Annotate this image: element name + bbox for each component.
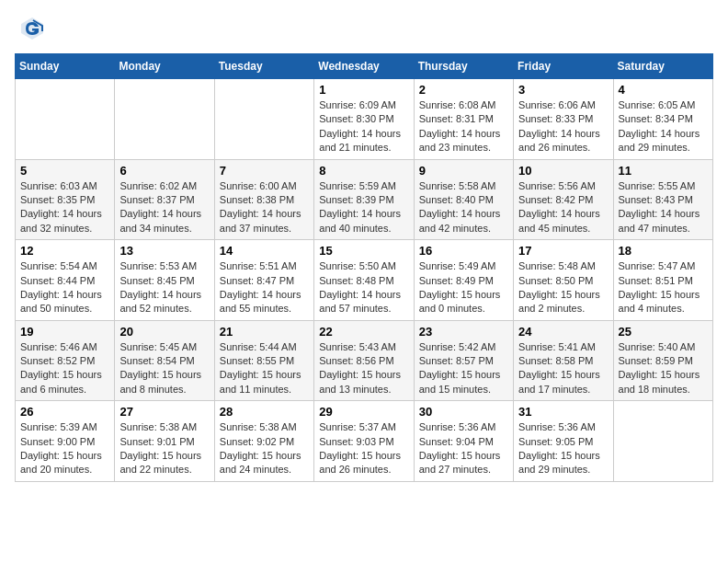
day-info-21: Sunrise: 5:44 AMSunset: 8:55 PMDaylight:… (220, 340, 309, 397)
day-cell-10: 10Sunrise: 5:56 AMSunset: 8:42 PMDayligh… (514, 159, 613, 240)
daylight-19: Daylight: 15 hours and 6 minutes. (20, 369, 102, 394)
day-number-15: 15 (319, 244, 408, 258)
day-info-3: Sunrise: 6:06 AMSunset: 8:33 PMDaylight:… (518, 98, 608, 155)
day-number-25: 25 (619, 325, 708, 339)
daylight-1: Daylight: 14 hours and 21 minutes. (319, 128, 401, 153)
sunrise-12: Sunrise: 5:54 AM (20, 260, 97, 271)
sunrise-30: Sunrise: 5:36 AM (419, 421, 496, 432)
sunset-20: Sunset: 8:54 PM (119, 355, 194, 366)
sunset-3: Sunset: 8:33 PM (518, 113, 593, 124)
day-cell-1: 1Sunrise: 6:09 AMSunset: 8:30 PMDaylight… (314, 79, 414, 160)
day-info-15: Sunrise: 5:50 AMSunset: 8:48 PMDaylight:… (319, 259, 408, 316)
day-cell-14: 14Sunrise: 5:51 AMSunset: 8:47 PMDayligh… (214, 240, 313, 321)
weekday-header-sunday: Sunday (16, 54, 115, 79)
day-info-9: Sunrise: 5:58 AMSunset: 8:40 PMDaylight:… (419, 179, 508, 236)
sunrise-15: Sunrise: 5:50 AM (319, 260, 396, 271)
sunset-31: Sunset: 9:05 PM (518, 436, 593, 447)
day-info-22: Sunrise: 5:43 AMSunset: 8:56 PMDaylight:… (319, 340, 408, 397)
day-cell-28: 28Sunrise: 5:38 AMSunset: 9:02 PMDayligh… (214, 401, 313, 482)
day-number-19: 19 (20, 325, 109, 339)
daylight-5: Daylight: 14 hours and 32 minutes. (20, 208, 102, 233)
day-cell-27: 27Sunrise: 5:38 AMSunset: 9:01 PMDayligh… (115, 401, 214, 482)
day-cell-15: 15Sunrise: 5:50 AMSunset: 8:48 PMDayligh… (314, 240, 414, 321)
sunrise-28: Sunrise: 5:38 AM (220, 421, 297, 432)
sunset-22: Sunset: 8:56 PM (319, 355, 393, 366)
sunrise-4: Sunrise: 6:05 AM (619, 99, 696, 110)
sunset-12: Sunset: 8:44 PM (20, 275, 95, 286)
daylight-14: Daylight: 14 hours and 55 minutes. (220, 289, 301, 314)
sunrise-29: Sunrise: 5:37 AM (319, 421, 396, 432)
day-info-1: Sunrise: 6:09 AMSunset: 8:30 PMDaylight:… (319, 98, 408, 155)
day-number-6: 6 (119, 164, 209, 178)
sunrise-24: Sunrise: 5:41 AM (518, 341, 596, 352)
daylight-10: Daylight: 14 hours and 45 minutes. (518, 208, 600, 233)
day-number-24: 24 (518, 325, 608, 339)
daylight-31: Daylight: 15 hours and 29 minutes. (518, 450, 600, 475)
sunrise-1: Sunrise: 6:09 AM (319, 99, 396, 110)
sunset-17: Sunset: 8:50 PM (518, 275, 593, 286)
day-number-17: 17 (518, 244, 608, 258)
day-number-7: 7 (220, 164, 309, 178)
sunset-16: Sunset: 8:49 PM (419, 275, 494, 286)
day-info-5: Sunrise: 6:03 AMSunset: 8:35 PMDaylight:… (20, 179, 109, 236)
sunrise-21: Sunrise: 5:44 AM (220, 341, 297, 352)
day-cell-2: 2Sunrise: 6:08 AMSunset: 8:31 PMDaylight… (414, 79, 513, 160)
sunset-2: Sunset: 8:31 PM (419, 113, 494, 124)
day-number-13: 13 (119, 244, 209, 258)
day-number-16: 16 (419, 244, 508, 258)
page-header (15, 15, 713, 42)
day-info-20: Sunrise: 5:45 AMSunset: 8:54 PMDaylight:… (119, 340, 209, 397)
day-number-23: 23 (419, 325, 508, 339)
sunrise-9: Sunrise: 5:58 AM (419, 180, 496, 191)
sunset-27: Sunset: 9:01 PM (119, 436, 194, 447)
empty-cell-w0-d0 (16, 79, 115, 160)
daylight-8: Daylight: 14 hours and 40 minutes. (319, 208, 401, 233)
day-number-2: 2 (419, 83, 508, 97)
day-number-1: 1 (319, 83, 408, 97)
day-number-22: 22 (319, 325, 408, 339)
sunrise-16: Sunrise: 5:49 AM (419, 260, 496, 271)
day-info-11: Sunrise: 5:55 AMSunset: 8:43 PMDaylight:… (619, 179, 708, 236)
sunrise-17: Sunrise: 5:48 AM (518, 260, 596, 271)
daylight-16: Daylight: 15 hours and 0 minutes. (419, 289, 501, 314)
sunrise-5: Sunrise: 6:03 AM (20, 180, 97, 191)
day-cell-19: 19Sunrise: 5:46 AMSunset: 8:52 PMDayligh… (16, 320, 115, 401)
week-row-5: 26Sunrise: 5:39 AMSunset: 9:00 PMDayligh… (16, 401, 713, 482)
daylight-28: Daylight: 15 hours and 24 minutes. (220, 450, 301, 475)
sunrise-8: Sunrise: 5:59 AM (319, 180, 396, 191)
day-number-30: 30 (419, 405, 508, 419)
sunset-11: Sunset: 8:43 PM (619, 194, 693, 205)
day-number-5: 5 (20, 164, 109, 178)
sunset-4: Sunset: 8:34 PM (619, 113, 693, 124)
day-number-31: 31 (518, 405, 608, 419)
sunset-10: Sunset: 8:42 PM (518, 194, 593, 205)
day-cell-8: 8Sunrise: 5:59 AMSunset: 8:39 PMDaylight… (314, 159, 414, 240)
day-number-12: 12 (20, 244, 109, 258)
daylight-15: Daylight: 14 hours and 57 minutes. (319, 289, 401, 314)
sunrise-3: Sunrise: 6:06 AM (518, 99, 596, 110)
weekday-header-row: SundayMondayTuesdayWednesdayThursdayFrid… (16, 54, 713, 79)
daylight-4: Daylight: 14 hours and 29 minutes. (619, 128, 700, 153)
sunrise-6: Sunrise: 6:02 AM (119, 180, 197, 191)
sunrise-23: Sunrise: 5:42 AM (419, 341, 496, 352)
day-cell-11: 11Sunrise: 5:55 AMSunset: 8:43 PMDayligh… (613, 159, 712, 240)
sunset-29: Sunset: 9:03 PM (319, 436, 393, 447)
day-cell-31: 31Sunrise: 5:36 AMSunset: 9:05 PMDayligh… (514, 401, 613, 482)
daylight-27: Daylight: 15 hours and 22 minutes. (119, 450, 201, 475)
weekday-header-tuesday: Tuesday (214, 54, 313, 79)
day-info-23: Sunrise: 5:42 AMSunset: 8:57 PMDaylight:… (419, 340, 508, 397)
day-info-4: Sunrise: 6:05 AMSunset: 8:34 PMDaylight:… (619, 98, 708, 155)
day-cell-22: 22Sunrise: 5:43 AMSunset: 8:56 PMDayligh… (314, 320, 414, 401)
day-info-16: Sunrise: 5:49 AMSunset: 8:49 PMDaylight:… (419, 259, 508, 316)
day-cell-5: 5Sunrise: 6:03 AMSunset: 8:35 PMDaylight… (16, 159, 115, 240)
week-row-3: 12Sunrise: 5:54 AMSunset: 8:44 PMDayligh… (16, 240, 713, 321)
sunrise-11: Sunrise: 5:55 AM (619, 180, 696, 191)
sunset-5: Sunset: 8:35 PM (20, 194, 95, 205)
empty-cell-w4-d6 (613, 401, 712, 482)
sunrise-7: Sunrise: 6:00 AM (220, 180, 297, 191)
sunrise-10: Sunrise: 5:56 AM (518, 180, 596, 191)
day-info-30: Sunrise: 5:36 AMSunset: 9:04 PMDaylight:… (419, 420, 508, 477)
day-cell-30: 30Sunrise: 5:36 AMSunset: 9:04 PMDayligh… (414, 401, 513, 482)
daylight-7: Daylight: 14 hours and 37 minutes. (220, 208, 301, 233)
day-cell-16: 16Sunrise: 5:49 AMSunset: 8:49 PMDayligh… (414, 240, 513, 321)
